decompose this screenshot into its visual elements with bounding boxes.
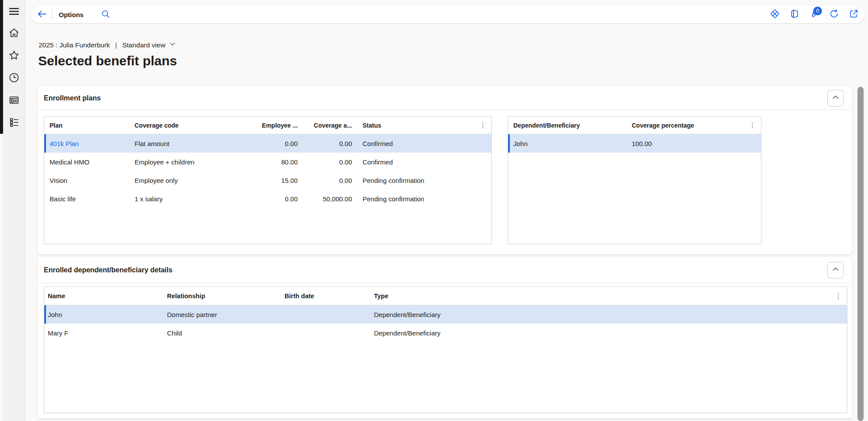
hamburger-icon	[8, 5, 20, 19]
office-icon	[789, 8, 800, 21]
details-grid-more-options-button[interactable]: ⋮	[832, 291, 844, 301]
enrollment-plans-title: Enrollment plans	[44, 94, 101, 102]
cell-coverage-percentage: 100.00	[626, 140, 761, 147]
column-header-name[interactable]: Name	[44, 293, 164, 300]
dependent-details-header: Enrolled dependent/beneficiary details	[38, 257, 852, 283]
column-header-coverage-code[interactable]: Coverage code	[129, 122, 242, 129]
dependent-details-title: Enrolled dependent/beneficiary details	[44, 266, 172, 274]
open-in-new-window-button[interactable]	[845, 6, 862, 23]
column-header-type[interactable]: Type	[370, 293, 847, 300]
table-row[interactable]: Vision Employee only 15.00 0.00 Pending …	[44, 171, 491, 189]
cell-coverage-amount: 0.00	[303, 140, 357, 147]
plans-grid-more-options-button[interactable]: ⋮	[477, 121, 489, 130]
plan-name[interactable]: Basic life	[44, 195, 129, 203]
cell-relationship: Child	[164, 329, 281, 337]
back-button[interactable]	[33, 6, 51, 23]
cell-status: Pending confirmation	[357, 177, 491, 184]
star-icon	[8, 49, 20, 63]
collapse-enrollment-button[interactable]	[827, 90, 844, 107]
plan-name[interactable]: Vision	[44, 177, 129, 184]
attachments-button[interactable]: 0	[805, 6, 823, 23]
cell-employee: 80.00	[242, 158, 303, 166]
sidebar-item-recent[interactable]	[7, 71, 21, 86]
view-selector-label: Standard view	[122, 41, 165, 49]
sidebar-item-modules[interactable]	[7, 115, 21, 130]
cell-coverage-code: Employee + children	[129, 158, 242, 166]
cell-employee: 15.00	[242, 177, 303, 184]
refresh-icon	[829, 8, 840, 21]
cell-relationship: Domestic partner	[164, 311, 281, 318]
hamburger-menu-button[interactable]	[7, 4, 21, 19]
refresh-button[interactable]	[825, 6, 843, 23]
column-header-employee[interactable]: Employee ...	[242, 122, 303, 129]
plan-link[interactable]: 401k Plan	[44, 140, 129, 147]
column-header-birth-date[interactable]: Birth date	[281, 293, 370, 300]
cell-coverage-code: 1 x salary	[129, 195, 242, 203]
task-list-icon	[8, 116, 20, 130]
chevron-up-icon	[831, 93, 840, 103]
dependents-grid-more-options-button[interactable]: ⋮	[747, 121, 758, 130]
collapse-details-button[interactable]	[827, 262, 844, 278]
breadcrumb-record: 2025 : Julia Funderburk	[39, 41, 110, 49]
table-row[interactable]: Basic life 1 x salary 0.00 50,000.00 Pen…	[44, 189, 491, 208]
cell-status: Pending confirmation	[357, 195, 491, 203]
column-header-dependent[interactable]: Dependent/Beneficiary	[508, 122, 626, 129]
column-header-relationship[interactable]: Relationship	[164, 293, 281, 300]
office-apps-button[interactable]	[786, 6, 803, 23]
power-apps-button[interactable]	[766, 6, 783, 23]
column-header-plan[interactable]: Plan	[44, 122, 129, 129]
workspace-icon	[8, 94, 20, 107]
cell-coverage-amount: 0.00	[303, 158, 357, 166]
chevron-up-icon	[831, 264, 840, 275]
search-icon	[100, 9, 111, 21]
arrow-left-icon	[36, 8, 48, 21]
home-icon	[8, 27, 20, 40]
search-button[interactable]	[97, 6, 114, 23]
plans-grid-header: Plan Coverage code Employee ... Coverage…	[44, 117, 491, 134]
cell-name: Mary F	[44, 329, 164, 337]
plan-name[interactable]: Medical HMO	[44, 158, 129, 166]
dependents-grid: Dependent/Beneficiary Coverage percentag…	[508, 116, 761, 244]
details-grid-header: Name Relationship Birth date Type ⋮	[44, 287, 847, 305]
toolbar-right-icons: 0	[766, 6, 862, 23]
breadcrumb-divider: |	[115, 41, 117, 49]
cell-status: Confirmed	[357, 158, 491, 166]
cell-coverage-code: Flat amount	[129, 140, 242, 147]
chevron-down-icon	[169, 40, 176, 50]
cell-status: Confirmed	[357, 140, 491, 147]
top-toolbar: Options	[31, 6, 865, 23]
sidebar-item-favorites[interactable]	[7, 48, 21, 63]
column-header-coverage-percentage[interactable]: Coverage percentage	[626, 122, 761, 129]
column-header-status[interactable]: Status	[357, 122, 491, 129]
left-edge-strip	[0, 0, 3, 134]
cell-employee: 0.00	[242, 140, 303, 147]
cell-type: Dependent/Beneficiary	[370, 311, 847, 318]
view-selector[interactable]: Standard view	[122, 40, 176, 50]
open-in-new-icon	[848, 8, 859, 21]
table-row[interactable]: Mary F Child Dependent/Beneficiary	[44, 324, 847, 342]
table-row[interactable]: 401k Plan Flat amount 0.00 0.00 Confirme…	[44, 134, 491, 153]
sidebar-item-workspaces[interactable]	[7, 93, 21, 108]
sidebar-item-home[interactable]	[7, 26, 21, 41]
clock-icon	[8, 71, 20, 85]
cell-type: Dependent/Beneficiary	[370, 329, 847, 337]
toolbar-divider	[52, 10, 52, 19]
cell-coverage-amount: 50,000.00	[303, 195, 357, 203]
table-row[interactable]: Medical HMO Employee + children 80.00 0.…	[44, 153, 491, 171]
diamond-grid-icon	[769, 8, 780, 21]
plans-grid: Plan Coverage code Employee ... Coverage…	[44, 116, 492, 244]
table-row[interactable]: John Domestic partner Dependent/Benefici…	[44, 305, 847, 324]
dependents-grid-header: Dependent/Beneficiary Coverage percentag…	[508, 117, 761, 134]
page-title: Selected benefit plans	[38, 54, 177, 68]
cell-coverage-amount: 0.00	[303, 177, 357, 184]
table-row[interactable]: John 100.00	[508, 134, 761, 153]
vertical-scrollbar-thumb[interactable]	[857, 87, 864, 421]
cell-name: John	[44, 311, 164, 318]
enrollment-plans-header: Enrollment plans	[38, 86, 852, 110]
dependent-details-card: Enrolled dependent/beneficiary details N…	[38, 257, 852, 418]
breadcrumb: 2025 : Julia Funderburk | Standard view	[39, 40, 176, 50]
cell-coverage-code: Employee only	[129, 177, 242, 184]
options-menu-label[interactable]: Options	[59, 11, 84, 18]
column-header-coverage-amount[interactable]: Coverage a...	[303, 122, 357, 129]
cell-dependent: John	[508, 140, 626, 147]
